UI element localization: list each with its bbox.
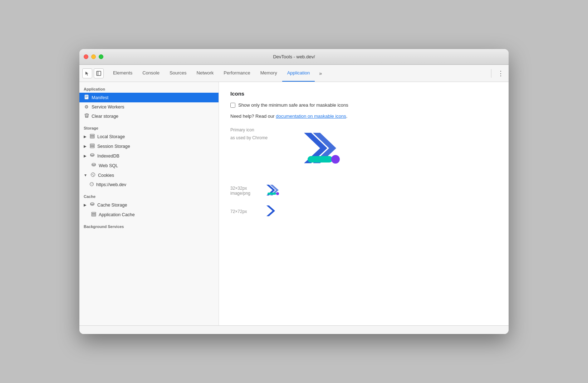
- icon-row-32: 32×32px image/png: [230, 183, 497, 198]
- chrome-used-label: as used by Chrome: [230, 135, 268, 140]
- icon-32-size: 32×32px: [230, 186, 247, 191]
- svg-point-16: [91, 184, 92, 184]
- web-sql-icon: [91, 163, 97, 169]
- svg-rect-22: [92, 215, 96, 216]
- sidebar-item-cache-storage[interactable]: Cache Storage: [79, 200, 219, 210]
- local-storage-icon: [89, 134, 95, 140]
- primary-icon-svg: [293, 127, 343, 170]
- maskable-checkbox-label[interactable]: Show only the minimum safe area for mask…: [238, 102, 348, 108]
- content-panel: Icons Show only the minimum safe area fo…: [219, 82, 509, 325]
- maskable-checkbox[interactable]: [230, 103, 235, 108]
- sidebar-item-cookies-webdev[interactable]: https://web.dev: [79, 180, 219, 189]
- tab-elements[interactable]: Elements: [108, 65, 137, 82]
- svg-point-14: [93, 174, 94, 174]
- icon-72-svg: [265, 204, 280, 218]
- svg-point-19: [90, 203, 94, 204]
- sidebar-item-clear-storage[interactable]: Clear storage: [79, 111, 219, 121]
- cache-storage-expand-icon: [84, 203, 87, 207]
- application-cache-icon: [91, 212, 97, 218]
- session-storage-icon: [89, 143, 95, 149]
- tab-performance[interactable]: Performance: [219, 65, 255, 82]
- toolbar: Elements Console Sources Network Perform…: [79, 65, 509, 82]
- sidebar-item-manifest[interactable]: Manifest: [79, 93, 219, 102]
- documentation-link[interactable]: documentation on maskable icons: [276, 113, 346, 119]
- svg-rect-2: [85, 95, 88, 99]
- sidebar-section-storage: Storage: [79, 121, 219, 132]
- icon-32-display: [265, 183, 280, 198]
- svg-rect-6: [90, 144, 94, 145]
- web-sql-label: Web SQL: [99, 163, 118, 168]
- toolbar-icon-group: [82, 68, 104, 78]
- cache-storage-label: Cache Storage: [97, 203, 127, 208]
- maskable-checkbox-row: Show only the minimum safe area for mask…: [230, 102, 497, 108]
- manifest-label: Manifest: [92, 95, 108, 100]
- sidebar-item-local-storage[interactable]: Local Storage: [79, 132, 219, 141]
- tab-sources[interactable]: Sources: [165, 65, 192, 82]
- svg-rect-21: [92, 214, 96, 215]
- sidebar-item-session-storage[interactable]: Session Storage: [79, 141, 219, 151]
- icon-32-type: image/png: [230, 191, 250, 196]
- svg-point-13: [93, 175, 94, 176]
- sidebar-item-indexeddb[interactable]: IndexedDB: [79, 151, 219, 161]
- svg-point-26: [276, 192, 279, 195]
- minimize-button[interactable]: [91, 54, 96, 59]
- svg-rect-23: [308, 156, 333, 163]
- application-cache-label: Application Cache: [99, 212, 135, 217]
- cookies-icon: [90, 172, 96, 178]
- svg-rect-8: [90, 147, 94, 148]
- tab-network[interactable]: Network: [192, 65, 219, 82]
- svg-point-24: [331, 155, 340, 164]
- svg-rect-0: [97, 71, 101, 76]
- close-button[interactable]: [84, 54, 88, 59]
- traffic-lights: [84, 54, 103, 59]
- primary-icon-section: Primary icon as used by Chrome: [230, 127, 497, 172]
- cookies-webdev-icon: [89, 182, 94, 188]
- session-storage-expand-icon: [84, 144, 87, 148]
- sidebar-item-service-workers[interactable]: ⚙ Service Workers: [79, 102, 219, 111]
- help-text-prefix: Need help? Read our: [230, 113, 276, 119]
- indexeddb-label: IndexedDB: [97, 154, 119, 159]
- svg-point-9: [90, 154, 94, 155]
- service-workers-icon: ⚙: [84, 104, 89, 110]
- window-title: DevTools - web.dev/: [273, 54, 315, 59]
- session-storage-label: Session Storage: [97, 144, 130, 149]
- local-storage-label: Local Storage: [97, 134, 125, 139]
- sidebar-section-application: Application: [79, 82, 219, 93]
- svg-point-17: [92, 184, 93, 185]
- svg-rect-20: [92, 212, 96, 213]
- title-bar: DevTools - web.dev/: [79, 49, 509, 65]
- sidebar-item-web-sql[interactable]: Web SQL: [79, 161, 219, 170]
- maximize-button[interactable]: [99, 54, 103, 59]
- primary-icon-display: [293, 127, 343, 172]
- cookies-label: Cookies: [98, 173, 114, 178]
- icon-72-size: 72×72px: [230, 209, 247, 214]
- tab-list: Elements Console Sources Network Perform…: [108, 65, 315, 82]
- more-tabs-button[interactable]: »: [316, 65, 325, 82]
- cookies-expand-icon: [84, 173, 87, 177]
- devtools-menu-button[interactable]: ⋮: [496, 68, 506, 78]
- svg-point-12: [92, 174, 93, 175]
- svg-rect-25: [268, 193, 276, 195]
- bottom-bar: [79, 325, 509, 334]
- service-workers-label: Service Workers: [92, 105, 124, 110]
- tab-console[interactable]: Console: [137, 65, 165, 82]
- sidebar-section-background-services: Background Services: [79, 219, 219, 230]
- icon-32-meta: 32×32px image/png: [230, 186, 259, 196]
- svg-rect-3: [90, 134, 94, 135]
- help-text-suffix: .: [346, 113, 348, 119]
- tab-memory[interactable]: Memory: [255, 65, 282, 82]
- sidebar-item-cookies[interactable]: Cookies: [79, 170, 219, 180]
- sidebar-item-application-cache[interactable]: Application Cache: [79, 210, 219, 219]
- svg-rect-5: [90, 137, 94, 138]
- icon-row-72: 72×72px: [230, 204, 497, 219]
- indexeddb-icon: [89, 153, 95, 159]
- toggle-panel-icon-button[interactable]: [94, 68, 104, 78]
- sidebar-section-cache: Cache: [79, 189, 219, 200]
- help-text: Need help? Read our documentation on mas…: [230, 113, 497, 119]
- cookies-webdev-label: https://web.dev: [96, 182, 126, 187]
- cursor-icon-button[interactable]: [82, 68, 92, 78]
- svg-point-15: [90, 183, 94, 186]
- tab-application[interactable]: Application: [282, 65, 315, 82]
- icon-72-display: [265, 204, 280, 219]
- toolbar-divider: [491, 69, 491, 78]
